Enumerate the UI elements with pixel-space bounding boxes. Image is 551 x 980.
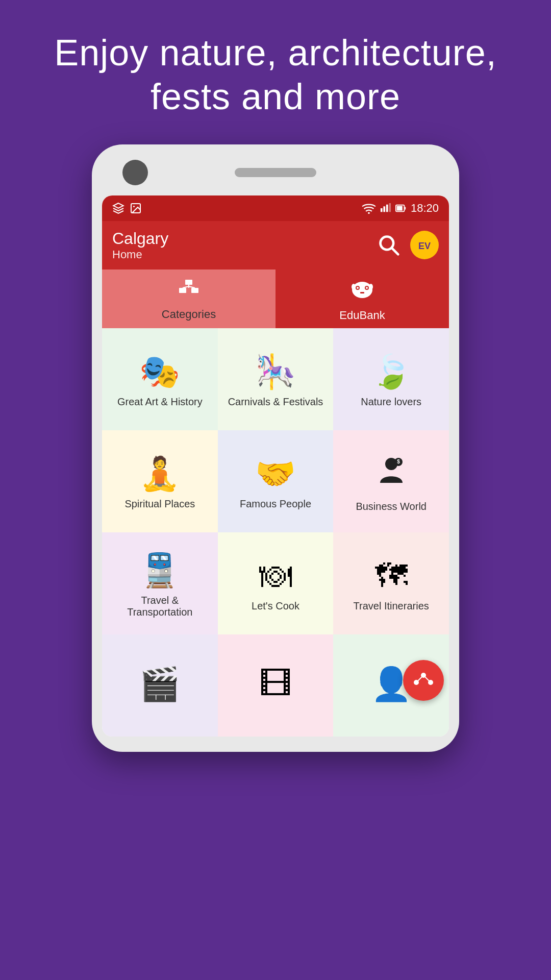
carnivals-label: Carnivals & Festivals — [228, 396, 323, 408]
image-icon — [130, 202, 142, 214]
itineraries-label: Travel Itineraries — [354, 600, 429, 612]
transport-label: Travel & Transportation — [107, 595, 213, 618]
svg-text:$: $ — [397, 459, 400, 464]
row4-2-icon: 🎞 — [259, 668, 292, 700]
cook-label: Let's Cook — [252, 600, 299, 612]
svg-point-22 — [369, 284, 373, 290]
categories-icon — [178, 279, 199, 305]
business-icon: $ — [375, 455, 408, 493]
svg-line-30 — [423, 675, 431, 682]
row4-1-icon: 🎬 — [139, 668, 180, 700]
grid-item-itineraries[interactable]: 🗺 Travel Itineraries — [333, 532, 449, 634]
svg-point-21 — [352, 284, 356, 290]
status-bar: 18:20 — [102, 195, 449, 221]
grid-item-row4-1[interactable]: 🎬 — [102, 634, 218, 737]
tabs-bar: Categories EduBank — [102, 270, 449, 328]
grid-item-spiritual[interactable]: 🧘 Spiritual Places — [102, 430, 218, 532]
edubank-icon — [351, 279, 373, 306]
time-display: 18:20 — [411, 202, 439, 215]
svg-line-29 — [416, 675, 423, 682]
tab-edubank-label: EduBank — [339, 309, 385, 322]
spiritual-label: Spiritual Places — [124, 498, 195, 510]
status-right: 18:20 — [362, 202, 439, 215]
nature-icon: 🍃 — [371, 355, 412, 388]
svg-line-14 — [189, 286, 195, 288]
svg-point-18 — [357, 287, 359, 289]
fab-icon — [411, 668, 436, 693]
phone-camera — [122, 160, 148, 185]
grid-item-row4-2[interactable]: 🎞 — [218, 634, 334, 737]
svg-rect-9 — [185, 280, 192, 285]
nature-label: Nature lovers — [361, 396, 421, 408]
famous-people-label: Famous People — [240, 498, 311, 510]
svg-rect-20 — [360, 292, 364, 293]
ev-logo: EV — [412, 233, 437, 257]
wifi-icon — [362, 203, 376, 214]
cook-icon: 🍽 — [259, 559, 292, 592]
carnivals-icon: 🎠 — [255, 355, 296, 388]
transport-icon: 🚆 — [139, 554, 180, 586]
phone-frame: 18:20 Calgary Home EV — [92, 144, 459, 752]
grid-item-art-history[interactable]: 🎭 Great Art & History — [102, 328, 218, 430]
tab-categories[interactable]: Categories — [102, 270, 276, 328]
grid-item-carnivals[interactable]: 🎠 Carnivals & Festivals — [218, 328, 334, 430]
signal-icon — [380, 203, 391, 214]
svg-point-19 — [366, 287, 368, 289]
app-bar: Calgary Home EV — [102, 221, 449, 270]
svg-rect-10 — [179, 288, 186, 293]
phone-speaker — [235, 168, 316, 177]
grid-item-transport[interactable]: 🚆 Travel & Transportation — [102, 532, 218, 634]
search-icon[interactable] — [378, 234, 400, 256]
svg-rect-4 — [397, 206, 403, 210]
svg-text:EV: EV — [418, 241, 431, 251]
spiritual-icon: 🧘 — [139, 457, 180, 490]
art-history-label: Great Art & History — [117, 396, 203, 408]
svg-line-6 — [392, 249, 398, 255]
grid-item-nature[interactable]: 🍃 Nature lovers — [333, 328, 449, 430]
grid-item-business[interactable]: $ Business World — [333, 430, 449, 532]
tab-categories-label: Categories — [162, 308, 216, 321]
art-history-icon: 🎭 — [139, 355, 180, 388]
phone-screen: 18:20 Calgary Home EV — [102, 195, 449, 737]
svg-rect-11 — [191, 288, 198, 293]
itineraries-icon: 🗺 — [375, 559, 408, 592]
battery-icon — [395, 203, 407, 214]
famous-people-icon: 🤝 — [255, 457, 296, 490]
grid-item-cook[interactable]: 🍽 Let's Cook — [218, 532, 334, 634]
app-title-group: Calgary Home — [112, 229, 168, 261]
svg-point-2 — [368, 212, 370, 213]
hero-text: Enjoy nature, architecture, fests and mo… — [0, 0, 551, 144]
grid-item-famous-people[interactable]: 🤝 Famous People — [218, 430, 334, 532]
tab-edubank[interactable]: EduBank — [276, 270, 449, 328]
business-label: Business World — [356, 501, 427, 512]
svg-point-15 — [352, 282, 372, 298]
fab-button[interactable] — [403, 660, 444, 701]
app-bar-icons: EV — [378, 231, 439, 259]
notification-icon — [112, 202, 124, 214]
category-grid: 🎭 Great Art & History 🎠 Carnivals & Fest… — [102, 328, 449, 737]
svg-point-1 — [133, 206, 135, 207]
app-title: Calgary — [112, 229, 168, 248]
status-left-icons — [112, 202, 142, 214]
svg-line-13 — [183, 286, 189, 288]
ev-badge[interactable]: EV — [410, 231, 439, 259]
app-subtitle: Home — [112, 248, 168, 261]
